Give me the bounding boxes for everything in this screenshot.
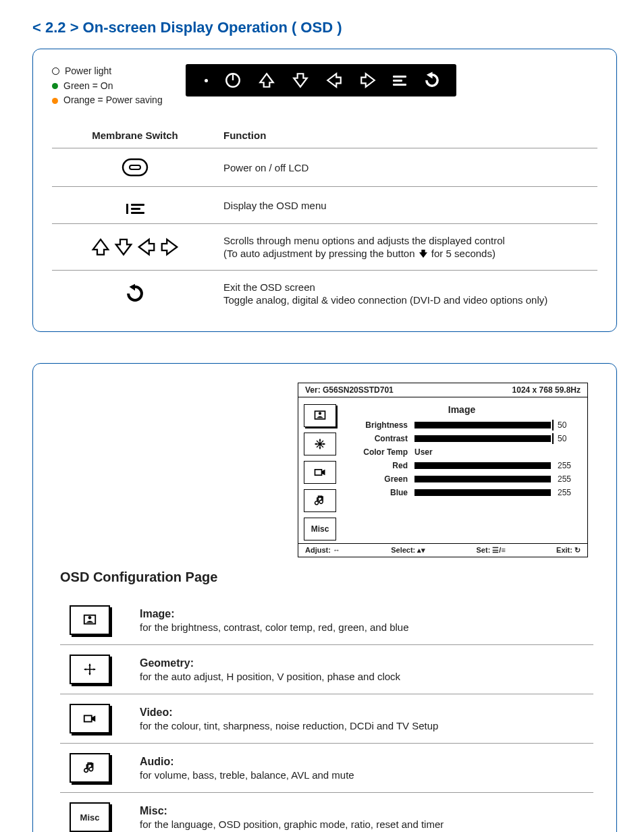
power-icon bbox=[224, 72, 242, 89]
cfg-head: Image: bbox=[140, 608, 409, 620]
table-row: Power on / off LCD bbox=[52, 148, 597, 187]
cfg-row-video: Video: for the colour, tint, sharpness, … bbox=[60, 694, 593, 744]
membrane-button-strip bbox=[186, 64, 456, 96]
table-row: Scrolls through menu options and adjusts… bbox=[52, 224, 597, 271]
status-dot-icon bbox=[205, 79, 208, 82]
menu-icon bbox=[393, 76, 406, 86]
cfg-sub: for the brightness, contrast, color temp… bbox=[140, 621, 409, 633]
osd-item-label: Brightness bbox=[343, 420, 408, 430]
image-icon bbox=[70, 605, 110, 635]
dot-orange bbox=[52, 98, 58, 104]
osd-item-value: 255 bbox=[558, 461, 581, 470]
geometry-icon bbox=[313, 437, 327, 451]
svg-point-5 bbox=[319, 412, 321, 415]
osd-item-label: Green bbox=[343, 474, 408, 484]
osd-item-label: Color Temp bbox=[343, 447, 408, 457]
menu-icon bbox=[126, 204, 144, 214]
osd-category-title: Image bbox=[343, 404, 581, 415]
fn-menu: Display the OSD menu bbox=[223, 200, 327, 211]
arrow-down-icon bbox=[418, 248, 429, 259]
arrow-right-icon bbox=[159, 237, 180, 257]
fn-exit-line2: Toggle analog, digital & video connectio… bbox=[223, 294, 592, 306]
cfg-row-geometry: Geometry: for the auto adjust, H positio… bbox=[60, 645, 593, 694]
cfg-sub: for the colour, tint, sharpness, noise r… bbox=[140, 720, 438, 731]
cfg-sub: for volume, bass, treble, balance, AVL a… bbox=[140, 769, 354, 781]
osd-screenshot: Ver: G56SN20SSTD701 1024 x 768 59.8Hz Mi… bbox=[298, 383, 588, 557]
osd-item-value: User bbox=[414, 447, 581, 457]
cfg-list: Image: for the brightness, contrast, col… bbox=[60, 596, 593, 832]
audio-icon bbox=[70, 753, 110, 783]
osd-item-label: Blue bbox=[343, 488, 408, 497]
power-light-legend: Power light Green = On Orange = Power sa… bbox=[52, 64, 163, 108]
image-icon bbox=[313, 409, 327, 422]
exit-icon bbox=[423, 71, 441, 90]
svg-rect-3 bbox=[130, 165, 140, 169]
panel-osd-config: Ver: G56SN20SSTD701 1024 x 768 59.8Hz Mi… bbox=[32, 363, 617, 832]
cfg-sub: for the auto adjust, H position, V posit… bbox=[140, 671, 400, 682]
audio-icon bbox=[313, 494, 327, 507]
exit-icon bbox=[124, 282, 146, 305]
svg-rect-2 bbox=[123, 159, 147, 175]
fn-power: Power on / off LCD bbox=[223, 162, 308, 173]
misc-icon: Misc bbox=[70, 802, 110, 832]
osd-tab-audio bbox=[304, 489, 336, 512]
osd-item-label: Red bbox=[343, 461, 408, 470]
cfg-sub: for the language, OSD position, graphic … bbox=[140, 819, 444, 830]
col-header-switch: Membrane Switch bbox=[52, 126, 218, 148]
svg-rect-6 bbox=[315, 470, 322, 475]
osd-tab-image bbox=[304, 404, 336, 427]
arrow-up-icon bbox=[258, 72, 275, 89]
cfg-head: Video: bbox=[140, 706, 438, 719]
cfg-row-audio: Audio: for volume, bass, treble, balance… bbox=[60, 744, 593, 793]
cfg-head: Geometry: bbox=[140, 657, 400, 669]
osd-footer-exit: Exit: ↻ bbox=[556, 546, 581, 555]
fn-arrows-line1: Scrolls through menu options and adjusts… bbox=[223, 235, 592, 246]
osd-resolution: 1024 x 768 59.8Hz bbox=[512, 385, 581, 395]
osd-ver-label: Ver: bbox=[305, 385, 321, 395]
col-header-function: Function bbox=[218, 126, 597, 148]
cfg-row-misc: Misc Misc: for the language, OSD positio… bbox=[60, 793, 593, 832]
osd-version: G56SN20SSTD701 bbox=[323, 385, 394, 395]
cfg-title: OSD Configuration Page bbox=[60, 570, 593, 585]
arrow-right-icon bbox=[359, 72, 377, 89]
osd-footer-set: Set: ☰/≡ bbox=[477, 546, 506, 555]
cfg-head: Audio: bbox=[140, 756, 354, 768]
video-icon bbox=[70, 704, 110, 733]
osd-item-value: 50 bbox=[558, 420, 581, 430]
arrow-left-icon bbox=[136, 237, 157, 257]
video-icon bbox=[313, 466, 327, 479]
cfg-head: Misc: bbox=[140, 805, 444, 817]
fn-exit-line1: Exit the OSD screen bbox=[223, 281, 592, 293]
osd-item-value: 255 bbox=[558, 474, 581, 484]
power-button-icon bbox=[122, 158, 149, 177]
legend-orange: Orange = Power saving bbox=[63, 93, 163, 108]
osd-footer-select: Select: ▴▾ bbox=[391, 546, 425, 555]
dot-outline bbox=[52, 67, 59, 75]
osd-tab-geometry bbox=[304, 433, 336, 455]
osd-footer-adjust: Adjust: ↔ bbox=[305, 546, 340, 555]
section-title: < 2.2 > On-screen Display Operation ( OS… bbox=[32, 19, 617, 36]
cfg-row-image: Image: for the brightness, contrast, col… bbox=[60, 596, 593, 645]
table-row: Display the OSD menu bbox=[52, 187, 597, 224]
svg-point-8 bbox=[88, 616, 92, 619]
geometry-icon bbox=[70, 655, 110, 684]
arrow-left-icon bbox=[325, 72, 343, 89]
table-row: Exit the OSD screen Toggle analog, digit… bbox=[52, 271, 597, 317]
arrow-down-icon bbox=[113, 237, 134, 257]
osd-tab-video bbox=[304, 461, 336, 484]
arrow-up-icon bbox=[90, 237, 111, 257]
legend-power-light: Power light bbox=[65, 64, 111, 79]
osd-item-value: 50 bbox=[558, 434, 581, 443]
fn-arrows-line2: (To auto adjustment by pressing the butt… bbox=[223, 248, 592, 259]
osd-item-value: 255 bbox=[558, 488, 581, 497]
arrow-down-icon bbox=[292, 72, 309, 89]
legend-green: Green = On bbox=[63, 79, 113, 94]
panel-membrane-switches: Power light Green = On Orange = Power sa… bbox=[32, 49, 617, 332]
dot-green bbox=[52, 83, 58, 89]
osd-tab-misc: Misc bbox=[304, 518, 336, 540]
osd-item-label: Contrast bbox=[343, 434, 408, 443]
switch-function-table: Membrane Switch Function Power on / off … bbox=[52, 126, 597, 316]
svg-rect-9 bbox=[84, 715, 92, 721]
